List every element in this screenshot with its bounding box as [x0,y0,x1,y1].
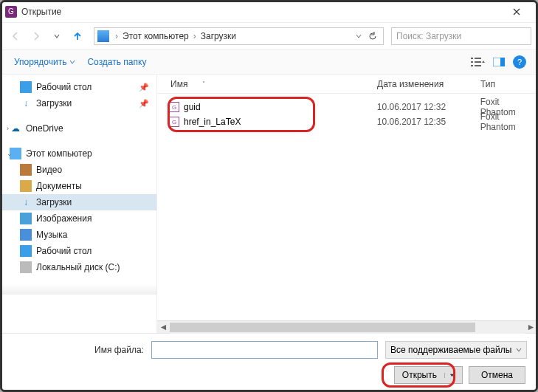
chevron-down-icon [356,33,362,39]
close-button[interactable] [500,1,533,22]
new-folder-button[interactable]: Создать папку [81,54,152,70]
column-headers: Имя ˄ Дата изменения Тип [157,75,537,94]
svg-rect-5 [475,65,481,66]
pdf-file-icon: G [169,102,179,112]
expand-icon[interactable]: › [7,125,9,132]
sidebar-item-desktop-pc[interactable]: Рабочий стол [1,243,156,259]
back-button[interactable] [7,27,24,45]
sidebar-item-label: Видео [36,165,62,175]
arrow-right-icon [30,30,42,42]
help-icon: ? [513,55,526,69]
sidebar-item-videos[interactable]: Видео [1,162,156,178]
file-name: guid [184,102,201,112]
help-button[interactable]: ? [509,53,530,71]
sidebar-item-images[interactable]: Изображения [1,210,156,227]
footer: Имя файла: Все поддерживаемые файлы Откр… [1,333,537,391]
app-icon: G [5,6,17,18]
view-mode-button[interactable] [468,53,489,71]
open-button[interactable]: Открыть [394,366,463,384]
close-icon [513,8,520,16]
cloud-icon: ☁ [10,123,21,134]
sidebar-item-downloads[interactable]: ↓ Загрузки 📌 [1,95,156,111]
up-button[interactable] [69,27,86,45]
sidebar-item-label: Загрузки [36,98,72,109]
sidebar-item-music[interactable]: Музыка [1,227,156,243]
recent-button[interactable] [48,27,66,45]
file-area: Имя ˄ Дата изменения Тип G guid 10.06.20… [157,75,537,333]
breadcrumb-sep: › [114,31,120,41]
download-icon: ↓ [20,97,32,109]
sidebar-item-local-disk[interactable]: Локальный диск (C:) [1,259,156,275]
sidebar-item-documents[interactable]: Документы [1,178,156,194]
pc-icon [97,30,109,42]
sidebar-item-label: Локальный диск (C:) [36,262,120,272]
caret-down-icon [449,373,455,378]
footer-buttons: Открыть Отмена [11,366,527,384]
sidebar-item-label: Рабочий стол [36,82,92,92]
file-list[interactable]: G guid 10.06.2017 12:32 Foxit Phantom G … [157,94,537,129]
navigation-bar: › Этот компьютер › Загрузки [1,23,537,49]
desktop-icon [20,81,32,93]
column-type-header[interactable]: Тип [480,79,537,89]
images-icon [20,213,32,224]
chevron-down-icon [69,59,75,65]
sidebar-item-downloads-pc[interactable]: ↓ Загрузки [1,194,156,210]
file-date: 10.06.2017 12:32 [377,102,480,112]
search-box[interactable] [391,27,531,45]
address-dropdown[interactable] [352,32,380,41]
navigation-pane[interactable]: Рабочий стол 📌 ↓ Загрузки 📌 › ☁ OneDrive [1,75,157,333]
svg-rect-7 [500,58,505,66]
scroll-left-button[interactable]: ◄ [157,321,170,334]
preview-pane-icon [493,58,505,66]
svg-rect-1 [475,58,481,59]
organize-button[interactable]: Упорядочить [8,54,81,70]
search-input[interactable] [396,31,526,41]
dialog-body: Рабочий стол 📌 ↓ Загрузки 📌 › ☁ OneDrive [1,75,537,333]
scroll-right-button[interactable]: ► [525,321,537,334]
forward-button[interactable] [27,27,45,45]
file-type: Foxit Phantom [480,111,537,132]
arrow-up-icon [72,30,83,42]
svg-rect-2 [471,61,473,63]
column-name-header[interactable]: Имя ˄ [170,79,377,89]
sidebar-item-label: Изображения [36,213,92,224]
file-row[interactable]: G href_in_LaTeX 10.06.2017 12:35 Foxit P… [169,114,537,129]
pdf-file-icon: G [169,117,179,127]
disk-icon [20,261,32,273]
preview-pane-button[interactable] [489,53,509,71]
sort-asc-icon: ˄ [202,80,205,87]
cancel-button[interactable]: Отмена [469,366,525,384]
open-dropdown[interactable] [444,373,455,378]
address-bar[interactable]: › Этот компьютер › Загрузки [94,27,384,45]
filetype-select[interactable]: Все поддерживаемые файлы [385,341,527,359]
pin-icon: 📌 [139,99,149,109]
window-title: Открытие [21,7,500,17]
music-icon [20,229,32,241]
column-date-header[interactable]: Дата изменения [377,79,480,89]
scrollbar-track[interactable] [170,321,525,334]
sidebar-item-label: Загрузки [36,197,72,207]
sidebar-item-this-pc[interactable]: ⌄ Этот компьютер [1,145,156,162]
chevron-down-icon [53,32,61,40]
sidebar-item-desktop[interactable]: Рабочий стол 📌 [1,79,156,95]
svg-rect-0 [471,58,473,59]
video-icon [20,164,32,176]
arrow-left-icon [10,30,21,42]
breadcrumb-sep: › [192,31,198,41]
sidebar-item-label: OneDrive [26,123,63,134]
sidebar-item-label: Этот компьютер [26,148,92,159]
sidebar-item-label: Музыка [36,230,67,240]
open-file-dialog: G Открытие › Этот компьютер › Загрузки [0,0,538,392]
sidebar-item-onedrive[interactable]: › ☁ OneDrive [1,120,156,137]
filename-label: Имя файла: [11,345,144,355]
horizontal-scrollbar[interactable]: ◄ ► [157,320,537,333]
desktop-icon [20,245,32,257]
breadcrumb-item[interactable]: Загрузки [198,31,239,41]
sidebar-item-label: Рабочий стол [36,246,92,256]
scrollbar-thumb[interactable] [170,323,475,332]
breadcrumb-item[interactable]: Этот компьютер [120,31,192,41]
collapse-icon[interactable]: ⌄ [7,150,13,157]
refresh-icon[interactable] [368,32,377,41]
pin-icon: 📌 [139,83,149,92]
filename-input[interactable] [151,341,378,359]
